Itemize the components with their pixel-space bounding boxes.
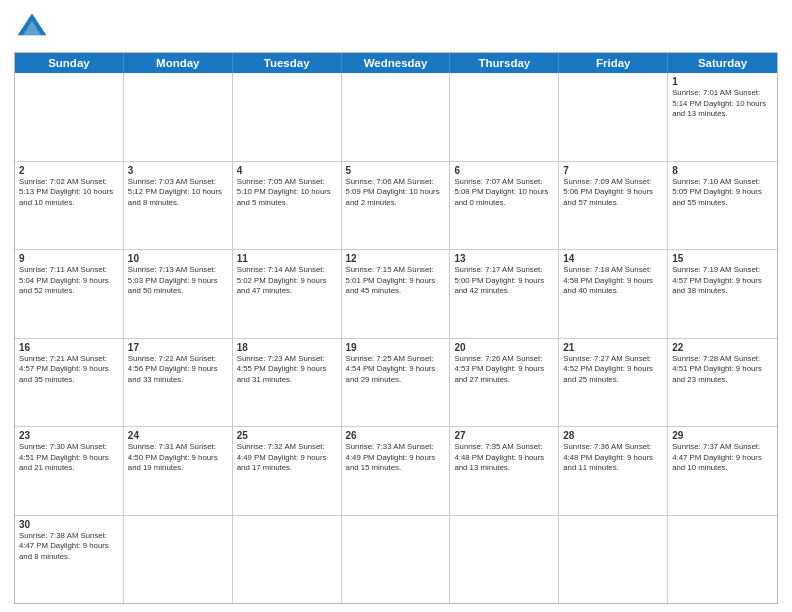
day-number: 24	[128, 430, 228, 441]
day-number: 20	[454, 342, 554, 353]
day-number: 7	[563, 165, 663, 176]
day-info: Sunrise: 7:30 AM Sunset: 4:51 PM Dayligh…	[19, 442, 119, 474]
day-info: Sunrise: 7:33 AM Sunset: 4:49 PM Dayligh…	[346, 442, 446, 474]
day-number: 18	[237, 342, 337, 353]
logo	[14, 10, 54, 46]
day-info: Sunrise: 7:18 AM Sunset: 4:58 PM Dayligh…	[563, 265, 663, 297]
calendar-cell-0-5	[559, 73, 668, 161]
day-number: 3	[128, 165, 228, 176]
day-number: 6	[454, 165, 554, 176]
calendar-cell-1-3: 5Sunrise: 7:06 AM Sunset: 5:09 PM Daylig…	[342, 162, 451, 250]
calendar-cell-0-2	[233, 73, 342, 161]
day-number: 1	[672, 76, 773, 87]
calendar-cell-4-5: 28Sunrise: 7:36 AM Sunset: 4:48 PM Dayli…	[559, 427, 668, 515]
day-info: Sunrise: 7:02 AM Sunset: 5:13 PM Dayligh…	[19, 177, 119, 209]
day-info: Sunrise: 7:09 AM Sunset: 5:06 PM Dayligh…	[563, 177, 663, 209]
day-info: Sunrise: 7:23 AM Sunset: 4:55 PM Dayligh…	[237, 354, 337, 386]
calendar-cell-0-0	[15, 73, 124, 161]
day-number: 8	[672, 165, 773, 176]
day-number: 30	[19, 519, 119, 530]
day-number: 19	[346, 342, 446, 353]
calendar-cell-5-6	[668, 516, 777, 604]
header	[14, 10, 778, 46]
calendar-cell-5-1	[124, 516, 233, 604]
day-info: Sunrise: 7:38 AM Sunset: 4:47 PM Dayligh…	[19, 531, 119, 563]
day-number: 9	[19, 253, 119, 264]
day-number: 23	[19, 430, 119, 441]
calendar-cell-0-3	[342, 73, 451, 161]
calendar-cell-3-3: 19Sunrise: 7:25 AM Sunset: 4:54 PM Dayli…	[342, 339, 451, 427]
calendar-header: SundayMondayTuesdayWednesdayThursdayFrid…	[15, 53, 777, 73]
day-info: Sunrise: 7:06 AM Sunset: 5:09 PM Dayligh…	[346, 177, 446, 209]
day-number: 21	[563, 342, 663, 353]
day-info: Sunrise: 7:32 AM Sunset: 4:49 PM Dayligh…	[237, 442, 337, 474]
calendar-cell-3-2: 18Sunrise: 7:23 AM Sunset: 4:55 PM Dayli…	[233, 339, 342, 427]
header-day-wednesday: Wednesday	[342, 53, 451, 73]
calendar-cell-1-4: 6Sunrise: 7:07 AM Sunset: 5:08 PM Daylig…	[450, 162, 559, 250]
day-number: 28	[563, 430, 663, 441]
day-number: 29	[672, 430, 773, 441]
calendar: SundayMondayTuesdayWednesdayThursdayFrid…	[14, 52, 778, 604]
day-number: 4	[237, 165, 337, 176]
calendar-row-3: 16Sunrise: 7:21 AM Sunset: 4:57 PM Dayli…	[15, 338, 777, 427]
day-info: Sunrise: 7:14 AM Sunset: 5:02 PM Dayligh…	[237, 265, 337, 297]
calendar-cell-0-6: 1Sunrise: 7:01 AM Sunset: 5:14 PM Daylig…	[668, 73, 777, 161]
calendar-cell-2-0: 9Sunrise: 7:11 AM Sunset: 5:04 PM Daylig…	[15, 250, 124, 338]
calendar-cell-2-3: 12Sunrise: 7:15 AM Sunset: 5:01 PM Dayli…	[342, 250, 451, 338]
header-day-sunday: Sunday	[15, 53, 124, 73]
calendar-cell-5-4	[450, 516, 559, 604]
calendar-cell-2-5: 14Sunrise: 7:18 AM Sunset: 4:58 PM Dayli…	[559, 250, 668, 338]
day-info: Sunrise: 7:25 AM Sunset: 4:54 PM Dayligh…	[346, 354, 446, 386]
day-info: Sunrise: 7:26 AM Sunset: 4:53 PM Dayligh…	[454, 354, 554, 386]
day-number: 14	[563, 253, 663, 264]
day-number: 22	[672, 342, 773, 353]
calendar-cell-0-4	[450, 73, 559, 161]
day-number: 15	[672, 253, 773, 264]
calendar-cell-4-3: 26Sunrise: 7:33 AM Sunset: 4:49 PM Dayli…	[342, 427, 451, 515]
day-info: Sunrise: 7:31 AM Sunset: 4:50 PM Dayligh…	[128, 442, 228, 474]
calendar-cell-4-0: 23Sunrise: 7:30 AM Sunset: 4:51 PM Dayli…	[15, 427, 124, 515]
day-info: Sunrise: 7:36 AM Sunset: 4:48 PM Dayligh…	[563, 442, 663, 474]
calendar-row-1: 2Sunrise: 7:02 AM Sunset: 5:13 PM Daylig…	[15, 161, 777, 250]
header-day-tuesday: Tuesday	[233, 53, 342, 73]
calendar-cell-3-5: 21Sunrise: 7:27 AM Sunset: 4:52 PM Dayli…	[559, 339, 668, 427]
day-number: 13	[454, 253, 554, 264]
calendar-cell-1-2: 4Sunrise: 7:05 AM Sunset: 5:10 PM Daylig…	[233, 162, 342, 250]
calendar-cell-2-2: 11Sunrise: 7:14 AM Sunset: 5:02 PM Dayli…	[233, 250, 342, 338]
calendar-cell-2-6: 15Sunrise: 7:19 AM Sunset: 4:57 PM Dayli…	[668, 250, 777, 338]
calendar-row-4: 23Sunrise: 7:30 AM Sunset: 4:51 PM Dayli…	[15, 426, 777, 515]
day-info: Sunrise: 7:07 AM Sunset: 5:08 PM Dayligh…	[454, 177, 554, 209]
calendar-cell-4-1: 24Sunrise: 7:31 AM Sunset: 4:50 PM Dayli…	[124, 427, 233, 515]
calendar-cell-4-6: 29Sunrise: 7:37 AM Sunset: 4:47 PM Dayli…	[668, 427, 777, 515]
calendar-cell-1-5: 7Sunrise: 7:09 AM Sunset: 5:06 PM Daylig…	[559, 162, 668, 250]
day-info: Sunrise: 7:35 AM Sunset: 4:48 PM Dayligh…	[454, 442, 554, 474]
day-number: 16	[19, 342, 119, 353]
calendar-row-0: 1Sunrise: 7:01 AM Sunset: 5:14 PM Daylig…	[15, 73, 777, 161]
calendar-cell-1-6: 8Sunrise: 7:10 AM Sunset: 5:05 PM Daylig…	[668, 162, 777, 250]
page: SundayMondayTuesdayWednesdayThursdayFrid…	[0, 0, 792, 612]
calendar-cell-1-1: 3Sunrise: 7:03 AM Sunset: 5:12 PM Daylig…	[124, 162, 233, 250]
day-info: Sunrise: 7:03 AM Sunset: 5:12 PM Dayligh…	[128, 177, 228, 209]
calendar-cell-3-4: 20Sunrise: 7:26 AM Sunset: 4:53 PM Dayli…	[450, 339, 559, 427]
day-info: Sunrise: 7:28 AM Sunset: 4:51 PM Dayligh…	[672, 354, 773, 386]
calendar-cell-4-2: 25Sunrise: 7:32 AM Sunset: 4:49 PM Dayli…	[233, 427, 342, 515]
day-number: 12	[346, 253, 446, 264]
calendar-cell-3-6: 22Sunrise: 7:28 AM Sunset: 4:51 PM Dayli…	[668, 339, 777, 427]
calendar-cell-1-0: 2Sunrise: 7:02 AM Sunset: 5:13 PM Daylig…	[15, 162, 124, 250]
calendar-cell-5-5	[559, 516, 668, 604]
day-number: 17	[128, 342, 228, 353]
calendar-cell-2-1: 10Sunrise: 7:13 AM Sunset: 5:03 PM Dayli…	[124, 250, 233, 338]
calendar-row-2: 9Sunrise: 7:11 AM Sunset: 5:04 PM Daylig…	[15, 249, 777, 338]
header-day-thursday: Thursday	[450, 53, 559, 73]
day-number: 27	[454, 430, 554, 441]
day-number: 26	[346, 430, 446, 441]
header-day-friday: Friday	[559, 53, 668, 73]
calendar-cell-4-4: 27Sunrise: 7:35 AM Sunset: 4:48 PM Dayli…	[450, 427, 559, 515]
day-number: 25	[237, 430, 337, 441]
calendar-cell-5-2	[233, 516, 342, 604]
calendar-cell-3-0: 16Sunrise: 7:21 AM Sunset: 4:57 PM Dayli…	[15, 339, 124, 427]
day-info: Sunrise: 7:01 AM Sunset: 5:14 PM Dayligh…	[672, 88, 773, 120]
day-number: 5	[346, 165, 446, 176]
calendar-cell-0-1	[124, 73, 233, 161]
day-info: Sunrise: 7:22 AM Sunset: 4:56 PM Dayligh…	[128, 354, 228, 386]
